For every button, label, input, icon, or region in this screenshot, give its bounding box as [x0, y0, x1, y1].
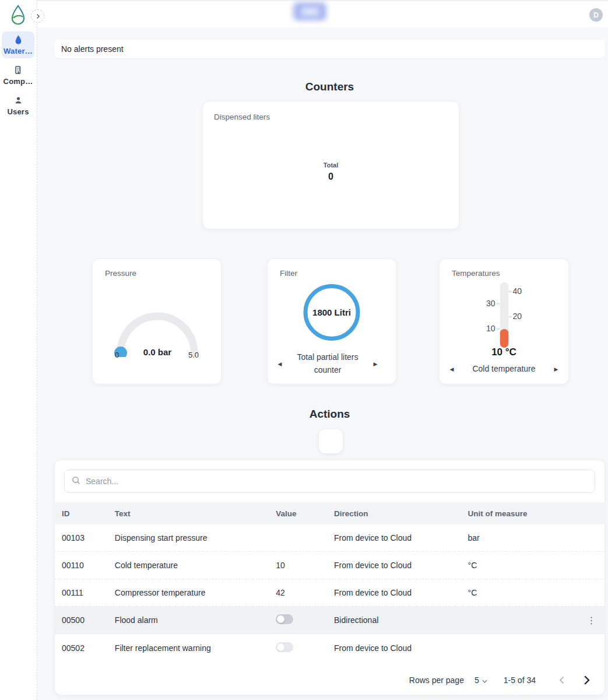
filter-label: Filter	[280, 269, 297, 278]
sidebar-item-water[interactable]: Water…	[2, 32, 34, 58]
blurred-button-text	[301, 8, 319, 15]
sidebar-item-label: Water…	[3, 47, 33, 55]
search-icon	[72, 476, 80, 487]
user-icon	[2, 96, 34, 106]
water-droplet-icon	[2, 35, 34, 45]
tick-label: 10	[478, 324, 495, 333]
chevron-down-icon	[482, 676, 487, 685]
sidebar-item-users[interactable]: Users	[2, 92, 34, 119]
table-body: 00103Dispensing start pressureFrom devic…	[55, 524, 605, 662]
filter-caption: Total partial liters counter	[284, 351, 371, 376]
prev-arrow-icon[interactable]: ◀	[276, 361, 284, 367]
cell-text: Dispensing start pressure	[108, 533, 269, 542]
pressure-card: Pressure 0.0 bar 0 5.0	[92, 258, 222, 384]
next-arrow-icon[interactable]: ▶	[371, 361, 379, 367]
pagination-range: 1-5 of 34	[504, 676, 536, 685]
dispensed-liters-card: Dispensed liters Total 0	[202, 101, 459, 229]
temperature-value: 10 °C	[440, 346, 568, 358]
sidebar-nav: Water… Comp… Users	[0, 32, 36, 123]
next-arrow-icon[interactable]: ▶	[552, 366, 560, 372]
sidebar-item-label: Users	[7, 107, 29, 116]
pressure-range: 0 5.0	[115, 351, 199, 359]
temperatures-card: Temperatures 40302010 10 °C ◀ Cold tempe…	[439, 258, 569, 384]
brand-logo	[9, 5, 27, 29]
cell-text: Compressor temperature	[108, 588, 269, 597]
cell-id: 00103	[55, 533, 108, 542]
actions-title: Actions	[54, 408, 605, 421]
cell-value	[269, 642, 327, 654]
next-page-button[interactable]	[579, 673, 594, 688]
cell-direction: From device to Cloud	[327, 533, 461, 542]
toggle-switch[interactable]	[276, 642, 293, 652]
thermometer-fill	[500, 329, 508, 348]
rows-per-page-label: Rows per page	[409, 676, 464, 685]
column-header: Text	[108, 509, 269, 518]
sidebar-item-label: Comp…	[3, 77, 33, 86]
parameters-table-card: IDTextValueDirectionUnit of measure 0010…	[54, 460, 605, 695]
cell-menu: ⋮	[578, 615, 605, 626]
cell-id: 00110	[55, 561, 108, 570]
pressure-gauge: 0.0 bar	[113, 306, 202, 357]
cell-value: 42	[269, 588, 327, 597]
cell-value	[269, 614, 327, 626]
column-header: ID	[55, 509, 108, 518]
cell-unit: °C	[461, 561, 579, 570]
sidebar-item-company[interactable]: Comp…	[2, 62, 34, 89]
temperature-caption: Cold temperature	[456, 363, 552, 376]
toggle-knob	[277, 643, 284, 651]
column-header: Direction	[327, 509, 461, 518]
thermometer-track	[500, 282, 508, 348]
table-row: 00110Cold temperature10From device to Cl…	[55, 552, 605, 579]
filter-ring: 1800 Litri	[304, 284, 360, 341]
dispensed-liters-label: Dispensed liters	[214, 113, 270, 121]
filter-card: Filter 1800 Litri ◀ Total partial liters…	[267, 258, 396, 384]
table-row: 00111Compressor temperature42From device…	[55, 579, 605, 607]
building-icon	[2, 65, 34, 75]
search-input[interactable]	[86, 477, 588, 486]
pressure-max: 5.0	[188, 351, 199, 359]
tick-label: 30	[478, 299, 495, 308]
cell-direction: From device to Cloud	[327, 561, 461, 570]
prev-arrow-icon[interactable]: ◀	[448, 366, 456, 372]
action-placeholder-button[interactable]	[319, 429, 343, 453]
table-row: 00502Filter replacement warningFrom devi…	[55, 634, 605, 662]
tick-mark	[497, 328, 500, 330]
alerts-banner: No alerts present	[54, 40, 605, 58]
temperature-caption-row: ◀ Cold temperature ▶	[448, 363, 560, 376]
cell-text: Flood alarm	[108, 615, 269, 625]
previous-page-button[interactable]	[554, 673, 570, 688]
tick-mark	[497, 303, 500, 304]
rows-per-page-select[interactable]: 5	[475, 676, 487, 685]
tick-label: 20	[513, 312, 530, 321]
cell-unit: °C	[461, 588, 579, 597]
pagination: Rows per page 5 1-5 of 34	[55, 666, 605, 695]
cell-unit: bar	[461, 533, 579, 542]
alert-message: No alerts present	[61, 44, 124, 54]
table-row: 00500Flood alarmBidirectional⋮	[55, 607, 605, 634]
pressure-min: 0	[115, 351, 119, 359]
column-header: Unit of measure	[461, 509, 579, 518]
filter-caption-row: ◀ Total partial liters counter ▶	[276, 351, 388, 376]
table-row: 00103Dispensing start pressureFrom devic…	[55, 524, 605, 552]
dispensed-total-block: Total 0	[203, 162, 459, 182]
sidebar: Water… Comp… Users	[0, 0, 37, 700]
main-content: No alerts present Counters Dispensed lit…	[37, 27, 608, 700]
cell-direction: From device to Cloud	[327, 588, 461, 597]
cell-id: 00111	[55, 588, 108, 597]
row-menu-icon[interactable]: ⋮	[587, 615, 596, 625]
toggle-switch[interactable]	[276, 614, 293, 624]
total-value: 0	[203, 172, 459, 182]
cell-direction: Bidirectional	[327, 615, 461, 625]
pressure-label: Pressure	[105, 269, 136, 278]
total-label: Total	[203, 162, 459, 169]
filter-value: 1800 Litri	[312, 307, 351, 317]
blurred-action-button[interactable]	[293, 2, 326, 20]
search-field	[64, 470, 595, 493]
chevron-right-icon	[35, 12, 41, 21]
cell-value: 10	[269, 561, 327, 570]
sidebar-collapse-button[interactable]	[31, 9, 44, 23]
column-header: Value	[269, 509, 327, 518]
avatar[interactable]: D	[589, 8, 603, 22]
rows-per-page-value: 5	[475, 676, 479, 685]
cell-id: 00500	[55, 615, 108, 625]
